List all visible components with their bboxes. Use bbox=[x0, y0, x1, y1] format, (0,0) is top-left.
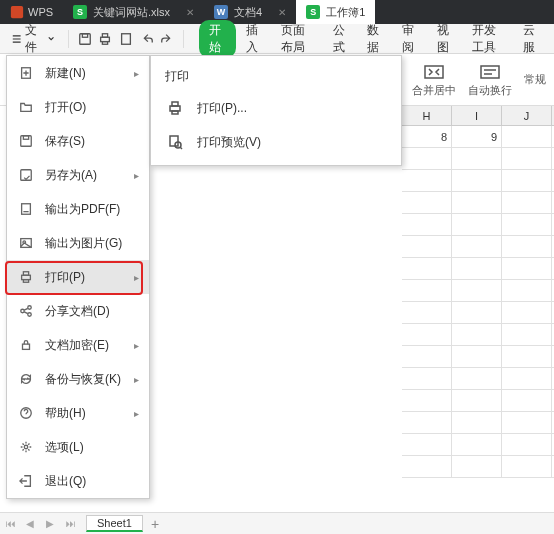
close-icon[interactable]: ✕ bbox=[278, 7, 286, 18]
folder-open-icon bbox=[17, 98, 35, 116]
cell-h1[interactable]: 8 bbox=[402, 126, 452, 147]
nav-last-icon[interactable]: ⏭ bbox=[66, 518, 78, 529]
submenu-preview[interactable]: 打印预览(V) bbox=[151, 125, 401, 159]
row bbox=[402, 324, 554, 346]
print-icon[interactable] bbox=[98, 30, 113, 48]
row bbox=[402, 170, 554, 192]
lock-icon bbox=[17, 336, 35, 354]
saveas-icon bbox=[17, 166, 35, 184]
menu-label: 另存为(A) bbox=[45, 167, 97, 184]
save-icon bbox=[17, 132, 35, 150]
menu-label: 输出为PDF(F) bbox=[45, 201, 120, 218]
row bbox=[402, 192, 554, 214]
file-menu: 新建(N) ▸ 打开(O) 保存(S) 另存为(A) ▸ 输出为PDF(F) 输… bbox=[6, 55, 150, 499]
menu-save[interactable]: 保存(S) bbox=[7, 124, 149, 158]
menu-print[interactable]: 打印(P) ▸ bbox=[7, 260, 149, 294]
merge-icon bbox=[423, 62, 445, 82]
redo-icon[interactable] bbox=[160, 30, 175, 48]
nav-next-icon[interactable]: ▶ bbox=[46, 518, 58, 529]
cell-i1[interactable]: 9 bbox=[452, 126, 502, 147]
row bbox=[402, 368, 554, 390]
menu-pdf[interactable]: 输出为PDF(F) bbox=[7, 192, 149, 226]
row bbox=[402, 456, 554, 478]
wrap-label: 自动换行 bbox=[468, 84, 512, 98]
separator bbox=[68, 30, 69, 48]
menu-exit[interactable]: 退出(Q) bbox=[7, 464, 149, 498]
sheet-bar: ⏮ ◀ ▶ ⏭ Sheet1 + bbox=[0, 512, 554, 534]
svg-rect-0 bbox=[11, 6, 23, 18]
chevron-right-icon: ▸ bbox=[134, 340, 139, 351]
chevron-right-icon: ▸ bbox=[134, 170, 139, 181]
tab-data[interactable]: 数据 bbox=[359, 18, 392, 60]
submenu-label: 打印(P)... bbox=[197, 100, 247, 117]
tab-page[interactable]: 页面布局 bbox=[273, 18, 323, 60]
menu-saveas[interactable]: 另存为(A) ▸ bbox=[7, 158, 149, 192]
row bbox=[402, 390, 554, 412]
document-tab-0[interactable]: S 关键词网站.xlsx ✕ bbox=[63, 0, 204, 24]
col-header-j[interactable]: J bbox=[502, 106, 552, 125]
row bbox=[402, 412, 554, 434]
tab-view[interactable]: 视图 bbox=[429, 18, 462, 60]
close-icon[interactable]: ✕ bbox=[186, 7, 194, 18]
chevron-right-icon: ▸ bbox=[134, 272, 139, 283]
row bbox=[402, 236, 554, 258]
svg-rect-2 bbox=[82, 33, 87, 37]
svg-rect-5 bbox=[103, 41, 108, 44]
separator bbox=[183, 30, 184, 48]
row bbox=[402, 346, 554, 368]
col-header-h[interactable]: H bbox=[402, 106, 452, 125]
tab-start[interactable]: 开始 bbox=[199, 20, 236, 58]
menu-options[interactable]: 选项(L) bbox=[7, 430, 149, 464]
menu-label: 帮助(H) bbox=[45, 405, 86, 422]
menu-backup[interactable]: 备份与恢复(K) ▸ bbox=[7, 362, 149, 396]
tab-review[interactable]: 审阅 bbox=[394, 18, 427, 60]
submenu-title: 打印 bbox=[151, 62, 401, 91]
nav-prev-icon[interactable]: ◀ bbox=[26, 518, 38, 529]
add-sheet-icon[interactable]: + bbox=[151, 516, 159, 532]
menu-label: 保存(S) bbox=[45, 133, 85, 150]
row bbox=[402, 148, 554, 170]
menu-image[interactable]: 输出为图片(G) bbox=[7, 226, 149, 260]
image-icon bbox=[17, 234, 35, 252]
menu-label: 分享文档(D) bbox=[45, 303, 110, 320]
menu-new[interactable]: 新建(N) ▸ bbox=[7, 56, 149, 90]
svg-rect-1 bbox=[79, 33, 90, 44]
format-group[interactable]: 常规 bbox=[524, 73, 546, 87]
nav-first-icon[interactable]: ⏮ bbox=[6, 518, 18, 529]
svg-rect-8 bbox=[481, 66, 499, 78]
menu-label: 输出为图片(G) bbox=[45, 235, 122, 252]
wps-brand: WPS bbox=[0, 5, 63, 19]
tab-insert[interactable]: 插入 bbox=[238, 18, 271, 60]
col-header-i[interactable]: I bbox=[452, 106, 502, 125]
tab-formula[interactable]: 公式 bbox=[325, 18, 358, 60]
submenu-print[interactable]: 打印(P)... bbox=[151, 91, 401, 125]
menu-label: 备份与恢复(K) bbox=[45, 371, 121, 388]
menu-label: 打开(O) bbox=[45, 99, 86, 116]
merge-center[interactable]: 合并居中 bbox=[412, 62, 456, 98]
brand-label: WPS bbox=[28, 6, 53, 18]
wrap-text[interactable]: 自动换行 bbox=[468, 62, 512, 98]
save-icon[interactable] bbox=[77, 30, 92, 48]
undo-icon[interactable] bbox=[139, 30, 154, 48]
tab-dev[interactable]: 开发工具 bbox=[464, 18, 514, 60]
chevron-right-icon: ▸ bbox=[134, 68, 139, 79]
preview-icon[interactable] bbox=[119, 30, 134, 48]
svg-rect-10 bbox=[21, 136, 32, 147]
sheet-tab[interactable]: Sheet1 bbox=[86, 515, 143, 532]
cell-j1[interactable] bbox=[502, 126, 552, 147]
svg-rect-17 bbox=[23, 272, 28, 276]
pdf-icon bbox=[17, 200, 35, 218]
wps-logo-icon bbox=[10, 5, 24, 19]
tab-cloud[interactable]: 云服 bbox=[515, 18, 548, 60]
menu-share[interactable]: 分享文档(D) bbox=[7, 294, 149, 328]
hamburger-menu[interactable]: 文件 bbox=[6, 19, 60, 59]
menu-open[interactable]: 打开(O) bbox=[7, 90, 149, 124]
menu-encrypt[interactable]: 文档加密(E) ▸ bbox=[7, 328, 149, 362]
ribbon-tabs: 开始 插入 页面布局 公式 数据 审阅 视图 开发工具 云服 bbox=[199, 18, 548, 60]
preview-icon bbox=[165, 132, 185, 152]
svg-rect-28 bbox=[170, 136, 178, 146]
exit-icon bbox=[17, 472, 35, 490]
merge-label: 合并居中 bbox=[412, 84, 456, 98]
row bbox=[402, 280, 554, 302]
menu-help[interactable]: 帮助(H) ▸ bbox=[7, 396, 149, 430]
